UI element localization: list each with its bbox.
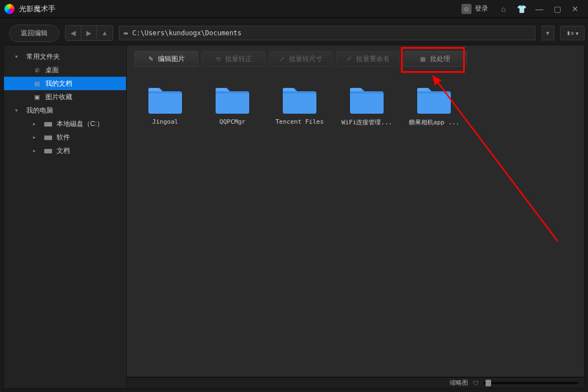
sidebar-label: 文档 (57, 146, 70, 156)
shield-icon: 🛡 (473, 380, 479, 386)
folder-icon (414, 83, 454, 115)
sidebar-my-computer[interactable]: ▾ 我的电脑 (4, 104, 126, 117)
disk-icon (44, 149, 52, 153)
disk-icon (44, 122, 52, 127)
action-label: 批量转尺寸 (289, 54, 323, 64)
titlebar: 光影魔术手 ☺ 登录 ⌂ 👕 — ▢ ✕ (0, 0, 588, 18)
folder-item[interactable]: Jingoal (134, 83, 196, 127)
batch-resize-button[interactable]: ⤢ 批量转尺寸 (269, 51, 333, 67)
content-area: ✎ 编辑图片 ⟲ 批量转正 ⤢ 批量转尺寸 ✐ 批量重命名 ▦ 批处理 (127, 45, 585, 389)
back-to-edit-button[interactable]: 返回编辑 (9, 25, 59, 42)
expand-icon: ▸ (33, 134, 39, 140)
batch-process-button[interactable]: ▦ 批处理 (403, 51, 467, 67)
action-toolbar: ✎ 编辑图片 ⟲ 批量转正 ⤢ 批量转尺寸 ✐ 批量重命名 ▦ 批处理 (127, 45, 584, 72)
desktop-icon: ⎚ (33, 67, 41, 73)
sidebar-label: 图片收藏 (45, 92, 72, 102)
folder-label: Jingoal (152, 118, 178, 125)
sidebar-my-documents[interactable]: ▤ 我的文档 (4, 77, 126, 90)
sidebar-frequently-used[interactable]: ▾ 常用文件夹 (4, 50, 126, 63)
folder-icon (145, 83, 185, 115)
sidebar-label: 软件 (57, 133, 70, 142)
app-logo-icon (4, 4, 15, 14)
action-label: 编辑图片 (158, 54, 185, 64)
login-label: 登录 (475, 4, 488, 13)
folder-label: WiFi连接管理... (342, 118, 392, 127)
action-label: 批量重命名 (356, 54, 390, 64)
sidebar-label: 我的电脑 (26, 106, 53, 115)
sidebar-label: 本地磁盘（C:） (57, 119, 104, 129)
sidebar: ▾ 常用文件夹 ⎚ 桌面 ▤ 我的文档 ▣ 图片收藏 ▾ 我的电脑 ▸ (3, 45, 127, 389)
disk-icon (44, 136, 52, 140)
folder-label: 糖果相机app ... (409, 118, 459, 127)
folder-item[interactable]: WiFi连接管理... (336, 83, 398, 127)
edit-image-button[interactable]: ✎ 编辑图片 (134, 51, 198, 67)
folder-icon (279, 83, 320, 115)
slider-thumb[interactable] (486, 380, 491, 386)
skin-button[interactable]: 👕 (513, 2, 530, 16)
nav-button-group: ◀ ▶ ▲ (65, 25, 113, 41)
folder-icon (347, 83, 387, 115)
folder-item[interactable]: Tencent Files (269, 83, 330, 127)
minimize-button[interactable]: — (531, 2, 548, 16)
sidebar-documents-drive[interactable]: ▸ 文档 (4, 144, 126, 157)
close-button[interactable]: ✕ (567, 2, 584, 16)
folder-icon: ▬ (124, 29, 128, 37)
collapse-icon: ▾ (15, 108, 21, 113)
path-text: C:\Users\kunduogx\Documents (132, 29, 241, 37)
sidebar-label: 我的文档 (45, 79, 72, 88)
folder-item[interactable]: QQPCMgr (202, 83, 263, 127)
maximize-button[interactable]: ▢ (549, 2, 566, 16)
nav-back-button[interactable]: ◀ (66, 26, 81, 40)
batch-icon: ▦ (420, 55, 426, 63)
home-button[interactable]: ⌂ (495, 2, 512, 16)
sidebar-local-disk-c[interactable]: ▸ 本地磁盘（C:） (4, 117, 126, 130)
sidebar-desktop[interactable]: ⎚ 桌面 (4, 63, 126, 77)
rename-icon: ✐ (347, 55, 352, 63)
batch-transfer-button[interactable]: ⟲ 批量转正 (202, 51, 265, 67)
pencil-icon: ✎ (148, 55, 153, 63)
statusbar: 缩略图 🛡 (127, 377, 584, 388)
thumbnail-size-slider[interactable] (483, 382, 578, 384)
action-label: 批量转正 (225, 54, 252, 64)
expand-icon: ▸ (33, 121, 39, 127)
path-dropdown-button[interactable]: ▾ (541, 26, 554, 40)
file-grid: Jingoal QQPCMgr Tencent Files WiFi连接管理..… (127, 72, 584, 377)
resize-icon: ⤢ (279, 55, 284, 63)
sidebar-software[interactable]: ▸ 软件 (4, 130, 126, 144)
transfer-icon: ⟲ (216, 55, 221, 63)
action-label: 批处理 (430, 54, 450, 64)
app-title: 光影魔术手 (19, 4, 456, 14)
login-button[interactable]: ☺ 登录 (456, 2, 494, 16)
picture-icon: ▣ (33, 94, 41, 101)
navigation-toolbar: 返回编辑 ◀ ▶ ▲ ▬ C:\Users\kunduogx\Documents… (3, 21, 585, 45)
nav-up-button[interactable]: ▲ (97, 26, 113, 40)
thumbnail-label: 缩略图 (450, 379, 468, 387)
folder-label: QQPCMgr (220, 118, 245, 125)
path-bar[interactable]: ▬ C:\Users\kunduogx\Documents (119, 26, 535, 40)
nav-forward-button[interactable]: ▶ (81, 26, 97, 40)
folder-icon (212, 83, 253, 115)
sidebar-label: 桌面 (45, 66, 59, 75)
batch-rename-button[interactable]: ✐ 批量重命名 (336, 51, 400, 67)
collapse-icon: ▾ (15, 54, 21, 59)
sidebar-picture-favorites[interactable]: ▣ 图片收藏 (4, 90, 126, 104)
document-icon: ▤ (33, 80, 41, 87)
sidebar-label: 常用文件夹 (26, 52, 60, 62)
folder-item[interactable]: 糖果相机app ... (403, 83, 465, 127)
expand-icon: ▸ (33, 148, 39, 153)
folder-label: Tencent Files (276, 118, 324, 125)
view-sort-button[interactable]: ⬍≡ ▾ (560, 26, 585, 40)
login-icon: ☺ (461, 4, 472, 14)
